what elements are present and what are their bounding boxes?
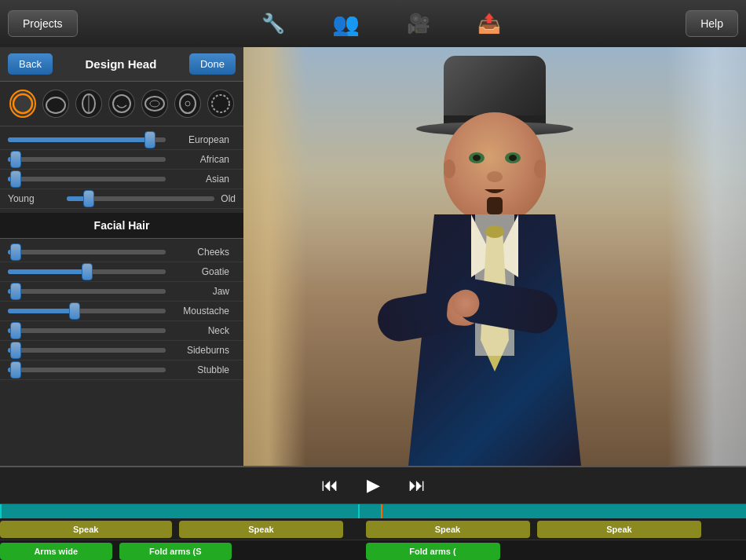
- neck-label: Neck: [166, 325, 236, 336]
- neck-slider-row: Neck: [0, 321, 243, 341]
- asian-label: Asian: [166, 174, 236, 185]
- asian-slider-row: Asian: [0, 170, 243, 189]
- arm-right: [453, 276, 561, 337]
- moustache-slider[interactable]: [8, 309, 166, 313]
- svg-point-0: [13, 94, 32, 113]
- help-button[interactable]: Help: [686, 10, 738, 37]
- stubble-label: Stubble: [166, 364, 236, 375]
- svg-point-14: [509, 155, 517, 161]
- timeline-header[interactable]: [0, 504, 746, 518]
- african-slider-row: African: [0, 150, 243, 170]
- speak-clip-2[interactable]: Speak: [179, 521, 343, 538]
- svg-point-7: [180, 94, 196, 113]
- sideburns-slider-row: Sideburns: [0, 341, 243, 361]
- svg-rect-15: [487, 197, 503, 214]
- jaw-slider-row: Jaw: [0, 282, 243, 302]
- svg-point-4: [113, 95, 130, 112]
- old-label: Old: [214, 193, 236, 204]
- left-panel: Back Design Head Done: [0, 47, 243, 466]
- timeline: ⏮ ▶ ⏭ Speak Speak Speak Speak Arms wide …: [0, 466, 746, 560]
- head-shape-oval-h[interactable]: [42, 90, 69, 118]
- svg-point-1: [46, 97, 65, 113]
- speak-clip-3[interactable]: Speak: [366, 521, 530, 538]
- svg-point-16: [444, 159, 455, 178]
- character-head: [444, 112, 546, 222]
- goatie-label: Goatie: [166, 266, 236, 277]
- projects-button[interactable]: Projects: [8, 10, 78, 37]
- ethnicity-sliders: European African Asian Young Old: [0, 126, 243, 213]
- svg-point-18: [487, 171, 503, 182]
- svg-point-17: [534, 159, 546, 178]
- timeline-tracks: Speak Speak Speak Speak Arms wide Fold a…: [0, 504, 746, 560]
- scene: [243, 47, 746, 466]
- play-button[interactable]: ▶: [360, 472, 386, 499]
- wrench-icon[interactable]: 🔧: [250, 9, 297, 38]
- building-right: [667, 47, 746, 466]
- goatie-slider[interactable]: [8, 269, 166, 274]
- jaw-slider[interactable]: [8, 289, 166, 294]
- african-label: African: [166, 154, 236, 165]
- cheeks-slider-row: Cheeks: [0, 243, 243, 262]
- neck-slider[interactable]: [8, 328, 166, 333]
- arms-wide-clip[interactable]: Arms wide: [0, 543, 112, 560]
- cheeks-label: Cheeks: [166, 247, 236, 258]
- moustache-slider-row: Moustache: [0, 302, 243, 321]
- camera-icon[interactable]: 🎥: [395, 9, 442, 38]
- head-shape-slim[interactable]: [75, 90, 102, 118]
- jaw-label: Jaw: [166, 286, 236, 297]
- head-shape-circle[interactable]: [9, 90, 36, 118]
- svg-point-6: [150, 101, 159, 107]
- facial-hair-heading: Facial Hair: [0, 213, 243, 239]
- young-label: Young: [8, 193, 67, 204]
- head-shape-oval-face[interactable]: [174, 90, 201, 118]
- top-bar: Projects 🔧 👥 🎥 📤 Help: [0, 0, 746, 47]
- asian-slider[interactable]: [8, 177, 166, 181]
- timeline-playhead[interactable]: [381, 504, 382, 518]
- back-button[interactable]: Back: [8, 53, 53, 75]
- african-slider[interactable]: [8, 157, 166, 162]
- svg-point-5: [145, 97, 164, 111]
- svg-point-13: [473, 155, 481, 161]
- person-icon[interactable]: 👥: [320, 7, 371, 41]
- head-shape-round-smile[interactable]: [108, 90, 135, 118]
- tl-divider-start: [0, 504, 2, 518]
- done-button[interactable]: Done: [189, 53, 236, 75]
- european-slider[interactable]: [8, 137, 166, 142]
- export-icon[interactable]: 📤: [466, 9, 513, 38]
- stubble-slider[interactable]: [8, 368, 166, 372]
- speak-clip-1[interactable]: Speak: [0, 521, 172, 538]
- european-label: European: [166, 134, 236, 145]
- speak-track-row: Speak Speak Speak Speak: [0, 518, 746, 540]
- european-slider-row: European: [0, 130, 243, 150]
- moustache-label: Moustache: [166, 306, 236, 317]
- stubble-slider-row: Stubble: [0, 361, 243, 380]
- tl-divider-mid: [358, 504, 360, 518]
- svg-point-23: [485, 225, 504, 238]
- young-old-row: Young Old: [0, 189, 243, 209]
- sideburns-label: Sideburns: [166, 345, 236, 356]
- speak-clip-4[interactable]: Speak: [537, 521, 701, 538]
- young-old-slider[interactable]: [67, 196, 214, 201]
- playback-controls: ⏮ ▶ ⏭: [0, 467, 746, 504]
- fast-forward-button[interactable]: ⏭: [402, 472, 432, 499]
- svg-point-8: [185, 101, 190, 106]
- svg-point-9: [212, 95, 229, 112]
- fold-arms-clip-1[interactable]: Fold arms (S: [119, 543, 232, 560]
- rewind-button[interactable]: ⏮: [315, 472, 345, 499]
- goatie-slider-row: Goatie: [0, 262, 243, 282]
- character-arms: [378, 277, 558, 356]
- sideburns-slider[interactable]: [8, 348, 166, 353]
- facial-hair-sliders: Cheeks Goatie Jaw Moustache: [0, 239, 243, 384]
- building-left: [243, 47, 306, 466]
- head-shapes-row: [0, 82, 243, 126]
- cheeks-slider[interactable]: [8, 250, 166, 254]
- fold-arms-clip-2[interactable]: Fold arms (: [366, 543, 500, 560]
- panel-header: Back Design Head Done: [0, 47, 243, 82]
- head-shape-wide[interactable]: [141, 90, 168, 118]
- panel-title: Design Head: [85, 57, 156, 71]
- action-track-row: Arms wide Fold arms (S Fold arms (: [0, 540, 746, 560]
- head-shape-alt[interactable]: [207, 90, 234, 118]
- character: [369, 47, 620, 466]
